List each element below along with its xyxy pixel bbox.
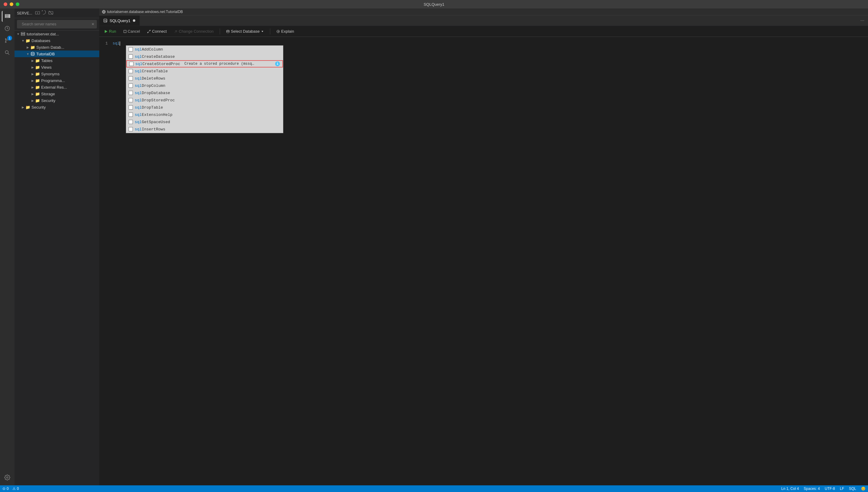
select-database-button[interactable]: Select Database xyxy=(224,28,266,34)
gear-activity-icon[interactable] xyxy=(2,472,13,483)
dropdown-chevron-icon xyxy=(261,30,264,33)
tree-item-tables[interactable]: ▶ 📁 Tables xyxy=(15,57,99,64)
autocomplete-item-dropcolumn[interactable]: sqlDropColumn xyxy=(126,82,283,89)
tree-item-tutorialdb[interactable]: ▼ TutorialDB xyxy=(15,51,99,57)
sidebar: SERVE... xyxy=(15,8,99,485)
databases-label: Databases xyxy=(31,39,99,43)
tree-item-synonyms[interactable]: ▶ 📁 Synonyms xyxy=(15,71,99,77)
views-label: Views xyxy=(41,65,99,70)
tab-label: SQLQuery1 xyxy=(109,19,130,23)
minimize-button[interactable] xyxy=(10,2,13,6)
security-server-chevron: ▶ xyxy=(21,105,25,109)
connect-button[interactable]: Connect xyxy=(145,28,169,34)
autocomplete-item-dropstoredproc[interactable]: sqlDropStoredProc xyxy=(126,97,283,104)
autocomplete-item-extensionhelp[interactable]: sqlExtensionHelp xyxy=(126,111,283,118)
tutorialdb-chevron: ▼ xyxy=(25,51,30,56)
run-button[interactable]: Run xyxy=(102,28,119,34)
autocomplete-item-addcolumn[interactable]: sqlAddColumn xyxy=(126,46,283,53)
run-icon xyxy=(104,30,108,33)
databases-folder-icon: 📁 xyxy=(25,38,30,43)
svg-point-6 xyxy=(5,42,6,42)
encoding-status[interactable]: UTF-8 xyxy=(825,487,835,491)
autocomplete-item-dropdatabase[interactable]: sqlDropDatabase xyxy=(126,89,283,97)
autocomplete-icon xyxy=(129,113,133,117)
explain-label: Explain xyxy=(281,29,294,33)
tree-item-programmability[interactable]: ▶ 📁 Programma... xyxy=(15,77,99,84)
run-label: Run xyxy=(109,29,116,33)
autocomplete-item-createstoredproc[interactable]: sqlCreateStoredProc Create a stored proc… xyxy=(126,60,283,68)
autocomplete-item-createtable[interactable]: sqlCreateTable xyxy=(126,68,283,75)
info-icon[interactable]: i xyxy=(275,62,280,66)
line-ending-status[interactable]: LF xyxy=(840,487,844,491)
status-right: Ln 1, Col 4 Spaces: 4 UTF-8 LF SQL 😊 xyxy=(782,487,866,491)
tree-item-external[interactable]: ▶ 📁 External Res... xyxy=(15,84,99,91)
tree-item-security-db[interactable]: ▶ 📁 Security xyxy=(15,97,99,104)
smiley-status[interactable]: 😊 xyxy=(861,487,866,491)
cancel-button[interactable]: Cancel xyxy=(121,28,142,34)
search-close-icon[interactable]: ✕ xyxy=(92,22,94,26)
disconnect-icon[interactable] xyxy=(48,10,53,16)
autocomplete-text: sqlCreateTable xyxy=(135,68,168,74)
history-activity-icon[interactable] xyxy=(2,23,13,34)
window-title: SQLQuery1 xyxy=(424,2,445,7)
autocomplete-icon xyxy=(129,76,133,80)
explain-button[interactable]: Explain xyxy=(274,28,297,34)
tree-item-security-server[interactable]: ▶ 📁 Security xyxy=(15,104,99,110)
sql-keyword: sql xyxy=(113,41,120,46)
autocomplete-text: sqlCreateDatabase xyxy=(135,54,175,59)
change-connection-label: Change Connection xyxy=(179,29,214,33)
security-db-chevron: ▶ xyxy=(30,98,35,103)
refresh-icon[interactable] xyxy=(42,10,47,16)
databases-chevron: ▼ xyxy=(21,38,25,43)
autocomplete-icon xyxy=(129,91,133,95)
editor-content[interactable]: sql sqlAddColumn sqlCreateDatabase xyxy=(111,37,868,485)
toolbar-divider xyxy=(220,28,220,34)
tab-more-button[interactable]: ··· xyxy=(857,16,868,26)
autocomplete-text: sqlAddColumn xyxy=(135,47,163,52)
svg-rect-24 xyxy=(124,30,126,33)
servers-activity-icon[interactable] xyxy=(2,11,13,22)
autocomplete-item-insertrows[interactable]: sqlInsertRows xyxy=(126,126,283,133)
tutorialdb-icon xyxy=(30,51,35,56)
synonyms-label: Synonyms xyxy=(41,72,99,76)
autocomplete-text: sqlDropStoredProc xyxy=(135,97,175,103)
errors-icon: ⊙ xyxy=(2,487,5,491)
text-cursor xyxy=(120,42,120,46)
tree-item-storage[interactable]: ▶ 📁 Storage xyxy=(15,91,99,97)
maximize-button[interactable] xyxy=(16,2,19,6)
svg-rect-17 xyxy=(21,34,25,35)
tree-item-views[interactable]: ▶ 📁 Views xyxy=(15,64,99,71)
autocomplete-text: sqlDropColumn xyxy=(135,83,165,89)
storage-chevron: ▶ xyxy=(30,91,35,96)
git-activity-icon[interactable]: 1 xyxy=(2,35,13,46)
security-server-label: Security xyxy=(31,105,99,109)
tree-item-server[interactable]: ▼ tutorialserver.dat... xyxy=(15,30,99,37)
editor-container[interactable]: 1 sql sqlAddColumn xyxy=(99,37,868,485)
search-input[interactable] xyxy=(19,21,90,27)
autocomplete-item-createdatabase[interactable]: sqlCreateDatabase xyxy=(126,53,283,60)
spaces-status[interactable]: Spaces: 4 xyxy=(804,487,820,491)
errors-status[interactable]: ⊙ 0 xyxy=(2,487,9,491)
status-left: ⊙ 0 ⚠ 0 xyxy=(2,487,19,491)
autocomplete-dropdown[interactable]: sqlAddColumn sqlCreateDatabase sqlCreate… xyxy=(126,45,283,133)
add-connection-icon[interactable] xyxy=(35,10,40,16)
ln-col-status[interactable]: Ln 1, Col 4 xyxy=(782,487,799,491)
search-activity-icon[interactable] xyxy=(2,47,13,58)
window-controls[interactable] xyxy=(4,2,19,6)
change-connection-button[interactable]: Change Connection xyxy=(172,28,216,34)
tree-item-databases[interactable]: ▼ 📁 Databases xyxy=(15,37,99,44)
language-status[interactable]: SQL xyxy=(849,487,856,491)
select-database-label: Select Database xyxy=(231,29,260,33)
autocomplete-item-getspaceused[interactable]: sqlGetSpaceUsed xyxy=(126,118,283,126)
close-button[interactable] xyxy=(4,2,7,6)
server-chevron: ▼ xyxy=(16,31,21,36)
tree-item-system-db[interactable]: ▶ 📁 System Datab... xyxy=(15,44,99,51)
storage-folder-icon: 📁 xyxy=(35,91,40,96)
system-db-label: System Datab... xyxy=(36,45,99,50)
tab-sqlquery1[interactable]: SQL SQLQuery1 xyxy=(99,16,140,26)
svg-marker-23 xyxy=(105,30,107,33)
autocomplete-item-droptable[interactable]: sqlDropTable xyxy=(126,104,283,111)
warnings-status[interactable]: ⚠ 0 xyxy=(13,487,19,491)
autocomplete-item-deleterows[interactable]: sqlDeleteRows xyxy=(126,75,283,82)
autocomplete-text: sqlDropDatabase xyxy=(135,90,170,96)
